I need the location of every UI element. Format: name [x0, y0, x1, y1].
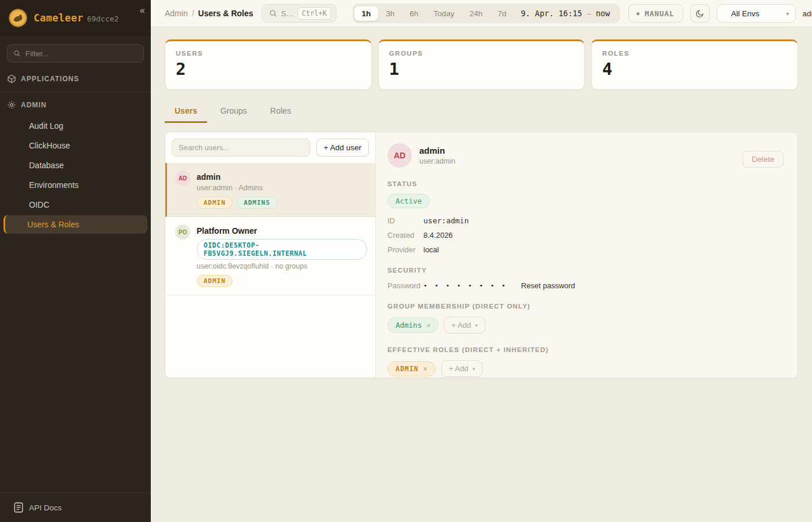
current-user-name: admin — [803, 9, 812, 18]
chip-label: ADMIN — [396, 365, 419, 373]
api-docs-link[interactable]: API Docs — [29, 503, 61, 512]
sidebar-filter-input[interactable] — [26, 49, 137, 58]
users-panel: + Add user AD admin user:admin · Admins … — [165, 132, 798, 378]
delete-user-button[interactable]: Delete — [742, 151, 784, 168]
group-chip-admins: Admins × — [387, 317, 438, 333]
stats-row: USERS 2 GROUPS 1 ROLES 4 — [165, 39, 798, 90]
global-search-button[interactable]: S… Ctrl+K — [262, 4, 336, 23]
time-to: now — [596, 9, 610, 18]
field-label: Created — [387, 231, 423, 240]
user-item-body: Platform Owner OIDC:DESKTOP-FB5VGJ9.SIEG… — [197, 224, 367, 287]
field-value: 8.4.2026 — [423, 231, 453, 240]
sidebar-section-applications[interactable]: APPLICATIONS — [0, 68, 151, 89]
cameleer-logo-icon — [8, 8, 28, 28]
brand-block: Cameleer69dcce2 — [34, 12, 119, 24]
chip-label: Admins — [396, 321, 422, 329]
time-range-7d[interactable]: 7d — [490, 6, 514, 21]
add-role-button[interactable]: + Add ▾ — [441, 360, 483, 377]
time-separator: – — [587, 9, 592, 18]
search-icon — [13, 49, 21, 57]
time-range-display[interactable]: 9. Apr. 16:15 – now — [514, 9, 618, 18]
manual-mode-badge[interactable]: ● MANUAL — [628, 4, 683, 23]
search-icon — [269, 9, 277, 17]
sidebar-item-audit-log[interactable]: Audit Log — [3, 117, 147, 135]
main-area: Admin / Users & Roles S… Ctrl+K 1h 3h 6h… — [151, 0, 812, 522]
environment-select-value: All Envs — [731, 9, 760, 18]
chevron-down-icon: ▾ — [475, 322, 478, 328]
search-shortcut-kbd: Ctrl+K — [298, 7, 331, 20]
breadcrumb: Admin / Users & Roles — [165, 9, 253, 18]
sidebar-item-environments[interactable]: Environments — [3, 176, 147, 194]
remove-chip-icon[interactable]: × — [423, 365, 428, 373]
time-from: 9. Apr. 16:15 — [521, 9, 582, 18]
avatar: PO — [175, 224, 190, 240]
role-chip-admin: ADMIN × — [387, 361, 436, 376]
sidebar-item-oidc[interactable]: OIDC — [3, 195, 147, 214]
group-chips: Admins × + Add ▾ — [387, 317, 786, 334]
gear-icon — [7, 100, 16, 110]
field-row-provider: Provider local — [387, 245, 786, 254]
stat-label: USERS — [176, 50, 361, 57]
sidebar-item-users-roles[interactable]: Users & Roles — [3, 215, 147, 234]
time-range-1h[interactable]: 1h — [354, 6, 379, 21]
password-row: Password • • • • • • • • Reset password — [387, 281, 786, 290]
user-list-item-platform-owner[interactable]: PO Platform Owner OIDC:DESKTOP-FB5VGJ9.S… — [165, 217, 375, 295]
security-heading: SECURITY — [387, 267, 786, 274]
sidebar-nav: APPLICATIONS ADMIN Audit Log ClickHouse … — [0, 68, 151, 235]
remove-chip-icon[interactable]: × — [426, 321, 430, 329]
mode-dot-icon: ● — [637, 11, 640, 16]
add-group-button[interactable]: + Add ▾ — [444, 317, 485, 334]
user-badges: ADMIN ADMINS — [197, 197, 277, 209]
time-range-24h[interactable]: 24h — [462, 6, 490, 21]
stat-card-roles: ROLES 4 — [591, 39, 798, 90]
tab-bar: Users Groups Roles — [165, 102, 798, 123]
field-row-id: ID user:admin — [387, 216, 786, 225]
search-placeholder-text: S… — [281, 9, 294, 18]
collapse-sidebar-button[interactable]: « — [140, 6, 145, 15]
password-label: Password — [387, 281, 423, 290]
reset-password-link[interactable]: Reset password — [521, 281, 575, 290]
status-heading: STATUS — [387, 180, 786, 187]
add-user-button[interactable]: + Add user — [316, 139, 369, 157]
theme-toggle-button[interactable] — [690, 4, 710, 23]
sidebar-footer[interactable]: API Docs — [0, 492, 151, 522]
topbar: Admin / Users & Roles S… Ctrl+K 1h 3h 6h… — [151, 0, 812, 27]
breadcrumb-parent[interactable]: Admin — [165, 9, 188, 18]
user-list-item-admin[interactable]: AD admin user:admin · Admins ADMIN ADMIN… — [165, 163, 375, 217]
app-root: Cameleer69dcce2 « APPLICATIONS — [0, 0, 812, 522]
detail-user-id: user:admin — [419, 157, 455, 165]
user-subtitle: user:oidc:8evzqofluhld · no groups — [197, 262, 367, 270]
sidebar: Cameleer69dcce2 « APPLICATIONS — [0, 0, 151, 522]
detail-user-name: admin — [419, 146, 455, 155]
group-membership-heading: GROUP MEMBERSHIP (DIRECT ONLY) — [387, 303, 786, 310]
add-label: + Add — [449, 364, 469, 373]
environment-select[interactable]: All Envs ▾ — [717, 4, 796, 23]
chevron-down-icon: ▾ — [472, 366, 475, 372]
field-row-created: Created 8.4.2026 — [387, 231, 786, 240]
filter-box[interactable] — [7, 44, 144, 63]
sidebar-filter — [0, 36, 151, 68]
sidebar-section-admin[interactable]: ADMIN — [0, 95, 151, 115]
sidebar-item-clickhouse[interactable]: ClickHouse — [3, 136, 147, 155]
field-label: ID — [387, 216, 423, 225]
time-range-6h[interactable]: 6h — [402, 6, 426, 21]
role-badge: ADMIN — [197, 197, 233, 209]
user-item-body: admin user:admin · Admins ADMIN ADMINS — [197, 171, 277, 209]
add-label: + Add — [451, 321, 471, 329]
stat-label: GROUPS — [389, 50, 574, 57]
time-range-3h[interactable]: 3h — [378, 6, 402, 21]
field-label: Provider — [387, 245, 423, 254]
tab-roles[interactable]: Roles — [260, 102, 301, 123]
time-range-today[interactable]: Today — [426, 6, 462, 21]
tab-groups[interactable]: Groups — [211, 102, 257, 123]
page-content: USERS 2 GROUPS 1 ROLES 4 Users Groups Ro… — [151, 27, 812, 522]
sidebar-item-database[interactable]: Database — [3, 156, 147, 175]
tab-users[interactable]: Users — [165, 102, 207, 123]
user-name: Platform Owner — [197, 224, 367, 235]
password-mask: • • • • • • • • — [423, 282, 507, 289]
topbar-right: ● MANUAL All Envs ▾ admin AD — [628, 4, 812, 23]
user-search-input[interactable] — [172, 139, 310, 157]
field-value: local — [423, 245, 439, 254]
stat-value: 2 — [176, 59, 361, 79]
avatar: AD — [175, 171, 190, 186]
